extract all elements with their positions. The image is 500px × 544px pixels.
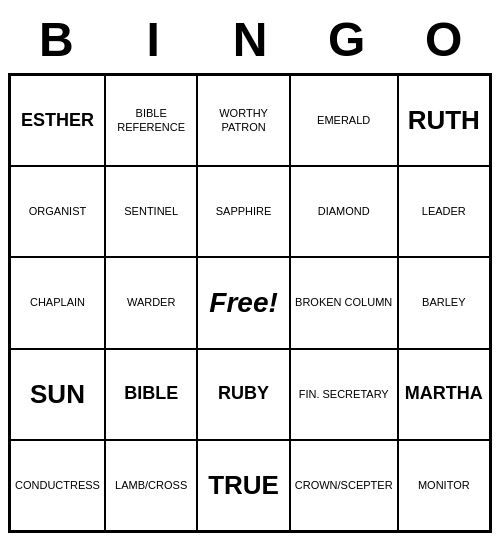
cell-leader: LEADER xyxy=(398,166,490,257)
cell-emerald: EMERALD xyxy=(290,75,398,166)
cell-martha: MARTHA xyxy=(398,349,490,440)
cell-sentinel: SENTINEL xyxy=(105,166,197,257)
cell-free: Free! xyxy=(197,257,289,348)
cell-broken-column: BROKEN COLUMN xyxy=(290,257,398,348)
cell-esther: ESTHER xyxy=(10,75,105,166)
bingo-letter-i: I xyxy=(113,12,193,67)
cell-bible: BIBLE xyxy=(105,349,197,440)
bingo-grid: ESTHERBIBLE REFERENCEWORTHY PATRONEMERAL… xyxy=(8,73,492,533)
cell-conductress: CONDUCTRESS xyxy=(10,440,105,531)
bingo-letter-g: G xyxy=(307,12,387,67)
cell-lamb-cross: LAMB/CROSS xyxy=(105,440,197,531)
cell-worthy-patron: WORTHY PATRON xyxy=(197,75,289,166)
cell-chaplain: CHAPLAIN xyxy=(10,257,105,348)
cell-ruth: RUTH xyxy=(398,75,490,166)
cell-true: TRUE xyxy=(197,440,289,531)
cell-fin-secretary: FIN. SECRETARY xyxy=(290,349,398,440)
cell-monitor: MONITOR xyxy=(398,440,490,531)
bingo-letter-b: B xyxy=(16,12,96,67)
cell-barley: BARLEY xyxy=(398,257,490,348)
cell-warder: WARDER xyxy=(105,257,197,348)
bingo-letter-n: N xyxy=(210,12,290,67)
cell-bible-reference: BIBLE REFERENCE xyxy=(105,75,197,166)
bingo-title-row: BINGO xyxy=(8,8,492,73)
cell-sapphire: SAPPHIRE xyxy=(197,166,289,257)
bingo-letter-o: O xyxy=(404,12,484,67)
cell-ruby: RUBY xyxy=(197,349,289,440)
cell-organist: ORGANIST xyxy=(10,166,105,257)
cell-diamond: DIAMOND xyxy=(290,166,398,257)
cell-sun: SUN xyxy=(10,349,105,440)
cell-crown-scepter: CROWN/SCEPTER xyxy=(290,440,398,531)
